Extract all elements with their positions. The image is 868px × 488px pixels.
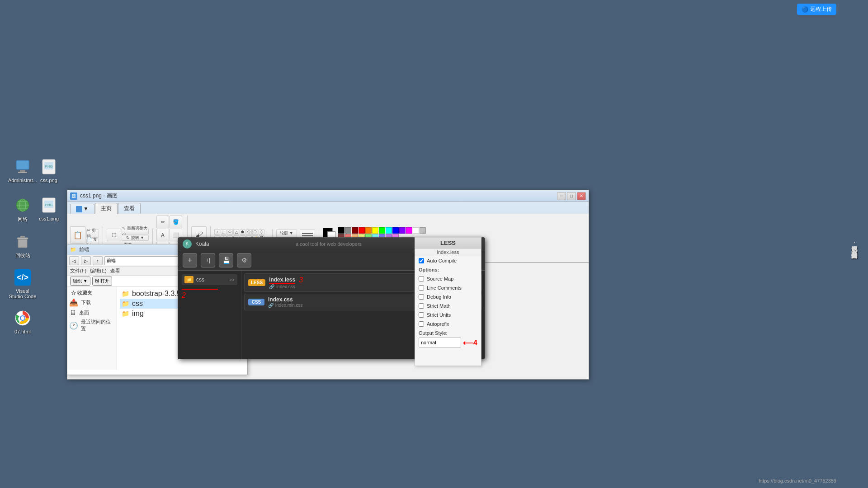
shape7[interactable]: ⭔ <box>252 229 258 235</box>
koala-title: Koala <box>195 241 296 247</box>
koala-css-folder[interactable]: 📁 css >> <box>182 274 237 285</box>
color-magenta[interactable] <box>406 227 412 234</box>
color-white[interactable] <box>413 227 419 234</box>
remote-upload-button[interactable]: 🔵 远程上传 <box>797 4 836 15</box>
fe-forward-button[interactable]: ▷ <box>81 256 91 265</box>
favorites-header: ☆ 收藏夹 <box>67 289 117 297</box>
desktop-icon-vscode[interactable]: </> VisualStudio Code <box>5 267 41 301</box>
less-file-icon: 🔗 <box>269 284 274 289</box>
fe-back-button[interactable]: ◁ <box>69 256 79 265</box>
color-orange[interactable] <box>365 227 372 234</box>
desktop-icon-csspng1[interactable]: PNG css.png <box>31 156 67 185</box>
paint-tab-view[interactable]: 查看 <box>118 203 141 214</box>
svg-rect-17 <box>17 238 28 239</box>
resize-button[interactable]: ⤡ 重新调整大小 <box>122 229 149 235</box>
debug-info-checkbox[interactable] <box>419 294 424 300</box>
desktop-icon-trash[interactable]: 回收站 <box>5 230 41 261</box>
select-button[interactable]: ⬚ <box>107 229 121 241</box>
color-green[interactable] <box>379 227 385 234</box>
annotation-number-2: 2 <box>182 291 237 300</box>
koala-add-alt-button[interactable]: +| <box>201 253 215 267</box>
rotate-button[interactable]: ↻ 旋转 ▼ <box>122 235 149 241</box>
chrome-label: 07.html <box>14 329 31 334</box>
download-icon: 📥 <box>69 298 78 307</box>
shape8[interactable]: ⬡ <box>259 229 264 235</box>
strict-math-checkbox[interactable] <box>419 303 424 309</box>
annotation-arrow-4: ⟵4 <box>463 338 477 347</box>
trash-icon <box>14 232 32 250</box>
paste-button[interactable]: 📋 <box>70 226 85 244</box>
svg-point-22 <box>21 316 24 320</box>
paint-title: css1.png - 画图 <box>80 192 557 200</box>
shape6[interactable]: ⬠ <box>246 229 252 235</box>
fav-recent[interactable]: 🕐 最近访问的位置 <box>67 318 117 333</box>
color-gray1[interactable] <box>345 227 351 234</box>
koala-app-icon: K <box>183 239 192 249</box>
annotation-line-2 <box>182 289 218 290</box>
paint-maximize-button[interactable]: □ <box>567 192 576 200</box>
paint-close-button[interactable]: ✕ <box>577 192 586 200</box>
output-style-input[interactable] <box>419 338 461 347</box>
fe-menu-edit[interactable]: 编辑(E) <box>90 267 107 274</box>
desktop-icon-csspng2[interactable]: PNG css1.png <box>31 194 67 223</box>
strict-units-checkbox[interactable] <box>419 312 424 318</box>
svg-text:</>: </> <box>17 273 28 282</box>
pencil-button[interactable]: ✏ <box>156 216 169 228</box>
vscode-icon: </> <box>14 268 32 286</box>
color-purple[interactable] <box>399 227 406 234</box>
line-comments-checkbox[interactable] <box>419 285 424 291</box>
svg-text:PNG: PNG <box>45 203 52 207</box>
shape5[interactable]: ⬟ <box>240 229 245 235</box>
fav-download[interactable]: 📥 下载 <box>67 297 117 308</box>
fe-menu-view[interactable]: 查看 <box>110 267 120 274</box>
koala-save-button[interactable]: 💾 <box>219 253 233 267</box>
paint-tabs: ▼ 主页 查看 <box>67 202 589 214</box>
paint-file-menu[interactable]: ▼ <box>70 204 94 214</box>
fe-organize-button[interactable]: 组织 ▼ <box>70 277 90 286</box>
color-blue[interactable] <box>392 227 399 234</box>
fe-menu-file[interactable]: 文件(F) <box>70 267 86 274</box>
svg-rect-23 <box>76 206 82 212</box>
svg-rect-0 <box>16 160 29 169</box>
koala-subtitle: a cool tool for web developers <box>296 241 362 247</box>
css-folder-orange-icon: 📁 <box>184 276 193 283</box>
paint-tab-home[interactable]: 主页 <box>95 203 118 214</box>
fe-favorites-panel: ☆ 收藏夹 📥 下载 🖥 桌面 🕐 最近访问的位置 <box>67 287 117 370</box>
recent-icon: 🕐 <box>69 321 78 330</box>
koala-add-button[interactable]: + <box>183 253 197 267</box>
fe-up-button[interactable]: ↑ <box>93 256 103 265</box>
less-strict-math-option: Strict Math <box>415 301 481 310</box>
less-line-comments-option: Line Comments <box>415 283 481 292</box>
vscode-label: VisualStudio Code <box>9 288 37 299</box>
strict-math-label: Strict Math <box>427 303 451 309</box>
css-badge: CSS <box>248 299 264 305</box>
chrome-icon <box>14 309 32 327</box>
shape2[interactable]: ⬚ <box>221 229 226 235</box>
shape3[interactable]: ⬭ <box>227 229 233 235</box>
auto-compile-checkbox[interactable] <box>419 258 424 263</box>
remote-icon: 🔵 <box>802 6 808 13</box>
less-strict-units-option: Strict Units <box>415 310 481 319</box>
text-button[interactable]: A <box>156 229 169 241</box>
paint-minimize-button[interactable]: ─ <box>557 192 566 200</box>
desktop-icon-chrome[interactable]: 07.html <box>5 307 41 336</box>
fill-button[interactable]: 🪣 <box>170 216 182 228</box>
color-cyan[interactable] <box>386 227 392 234</box>
color-silver[interactable] <box>420 227 426 234</box>
fav-desktop[interactable]: 🖥 桌面 <box>67 308 117 318</box>
color-darkred[interactable] <box>352 227 358 234</box>
fe-open-button[interactable]: 🖫 打开 <box>92 277 113 286</box>
shape4[interactable]: △ <box>233 229 239 235</box>
less-autoprefix-option: Autoprefix <box>415 319 481 328</box>
autoprefix-checkbox[interactable] <box>419 321 424 327</box>
shape1[interactable]: / <box>214 229 220 235</box>
color-red[interactable] <box>359 227 365 234</box>
csdn-watermark: https://blog.csdn.net/m0_47752359 <box>759 478 836 483</box>
outline-button[interactable]: 轮廓 ▼ <box>276 230 297 238</box>
fe-title: 前端 <box>79 246 89 253</box>
color-yellow[interactable] <box>372 227 378 234</box>
less-debug-info-option: Debug Info <box>415 292 481 301</box>
color-black[interactable] <box>338 227 344 234</box>
source-map-checkbox[interactable] <box>419 276 424 282</box>
koala-settings-button[interactable]: ⚙ <box>237 253 251 267</box>
